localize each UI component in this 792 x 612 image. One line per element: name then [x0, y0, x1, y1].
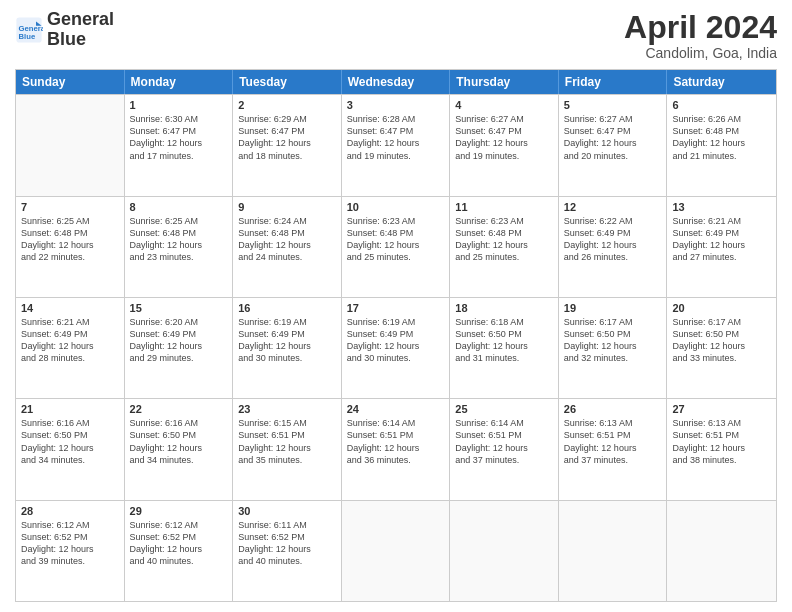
day-number: 30	[238, 505, 336, 517]
calendar-cell: 18Sunrise: 6:18 AMSunset: 6:50 PMDayligh…	[450, 298, 559, 398]
weekday-header: Wednesday	[342, 70, 451, 94]
calendar-cell: 9Sunrise: 6:24 AMSunset: 6:48 PMDaylight…	[233, 197, 342, 297]
calendar-cell: 15Sunrise: 6:20 AMSunset: 6:49 PMDayligh…	[125, 298, 234, 398]
day-number: 24	[347, 403, 445, 415]
calendar-cell: 10Sunrise: 6:23 AMSunset: 6:48 PMDayligh…	[342, 197, 451, 297]
cell-info: Sunrise: 6:17 AMSunset: 6:50 PMDaylight:…	[672, 316, 771, 365]
cell-info: Sunrise: 6:23 AMSunset: 6:48 PMDaylight:…	[455, 215, 553, 264]
cell-info: Sunrise: 6:13 AMSunset: 6:51 PMDaylight:…	[564, 417, 662, 466]
day-number: 28	[21, 505, 119, 517]
calendar-cell: 28Sunrise: 6:12 AMSunset: 6:52 PMDayligh…	[16, 501, 125, 601]
day-number: 16	[238, 302, 336, 314]
cell-info: Sunrise: 6:12 AMSunset: 6:52 PMDaylight:…	[21, 519, 119, 568]
calendar-cell: 23Sunrise: 6:15 AMSunset: 6:51 PMDayligh…	[233, 399, 342, 499]
calendar-week: 7Sunrise: 6:25 AMSunset: 6:48 PMDaylight…	[16, 196, 776, 297]
day-number: 9	[238, 201, 336, 213]
cell-info: Sunrise: 6:13 AMSunset: 6:51 PMDaylight:…	[672, 417, 771, 466]
calendar-cell: 5Sunrise: 6:27 AMSunset: 6:47 PMDaylight…	[559, 95, 668, 195]
calendar-cell: 29Sunrise: 6:12 AMSunset: 6:52 PMDayligh…	[125, 501, 234, 601]
calendar-cell	[342, 501, 451, 601]
day-number: 19	[564, 302, 662, 314]
title-block: April 2024 Candolim, Goa, India	[624, 10, 777, 61]
calendar-week: 21Sunrise: 6:16 AMSunset: 6:50 PMDayligh…	[16, 398, 776, 499]
weekday-header: Sunday	[16, 70, 125, 94]
calendar-cell: 1Sunrise: 6:30 AMSunset: 6:47 PMDaylight…	[125, 95, 234, 195]
calendar-header-row: SundayMondayTuesdayWednesdayThursdayFrid…	[16, 70, 776, 94]
day-number: 11	[455, 201, 553, 213]
day-number: 18	[455, 302, 553, 314]
day-number: 26	[564, 403, 662, 415]
cell-info: Sunrise: 6:24 AMSunset: 6:48 PMDaylight:…	[238, 215, 336, 264]
calendar-cell	[559, 501, 668, 601]
calendar-week: 28Sunrise: 6:12 AMSunset: 6:52 PMDayligh…	[16, 500, 776, 601]
cell-info: Sunrise: 6:28 AMSunset: 6:47 PMDaylight:…	[347, 113, 445, 162]
calendar-cell: 20Sunrise: 6:17 AMSunset: 6:50 PMDayligh…	[667, 298, 776, 398]
cell-info: Sunrise: 6:16 AMSunset: 6:50 PMDaylight:…	[21, 417, 119, 466]
calendar-cell: 27Sunrise: 6:13 AMSunset: 6:51 PMDayligh…	[667, 399, 776, 499]
day-number: 20	[672, 302, 771, 314]
day-number: 2	[238, 99, 336, 111]
subtitle: Candolim, Goa, India	[624, 45, 777, 61]
calendar-cell: 11Sunrise: 6:23 AMSunset: 6:48 PMDayligh…	[450, 197, 559, 297]
calendar-cell: 8Sunrise: 6:25 AMSunset: 6:48 PMDaylight…	[125, 197, 234, 297]
day-number: 4	[455, 99, 553, 111]
day-number: 15	[130, 302, 228, 314]
cell-info: Sunrise: 6:21 AMSunset: 6:49 PMDaylight:…	[21, 316, 119, 365]
calendar-cell	[450, 501, 559, 601]
cell-info: Sunrise: 6:14 AMSunset: 6:51 PMDaylight:…	[347, 417, 445, 466]
day-number: 5	[564, 99, 662, 111]
calendar-cell: 26Sunrise: 6:13 AMSunset: 6:51 PMDayligh…	[559, 399, 668, 499]
cell-info: Sunrise: 6:25 AMSunset: 6:48 PMDaylight:…	[21, 215, 119, 264]
day-number: 21	[21, 403, 119, 415]
cell-info: Sunrise: 6:27 AMSunset: 6:47 PMDaylight:…	[564, 113, 662, 162]
cell-info: Sunrise: 6:21 AMSunset: 6:49 PMDaylight:…	[672, 215, 771, 264]
calendar-cell: 6Sunrise: 6:26 AMSunset: 6:48 PMDaylight…	[667, 95, 776, 195]
weekday-header: Tuesday	[233, 70, 342, 94]
calendar-cell: 22Sunrise: 6:16 AMSunset: 6:50 PMDayligh…	[125, 399, 234, 499]
day-number: 7	[21, 201, 119, 213]
calendar-cell: 21Sunrise: 6:16 AMSunset: 6:50 PMDayligh…	[16, 399, 125, 499]
logo: General Blue General Blue	[15, 10, 114, 50]
cell-info: Sunrise: 6:16 AMSunset: 6:50 PMDaylight:…	[130, 417, 228, 466]
calendar-cell: 7Sunrise: 6:25 AMSunset: 6:48 PMDaylight…	[16, 197, 125, 297]
day-number: 12	[564, 201, 662, 213]
cell-info: Sunrise: 6:30 AMSunset: 6:47 PMDaylight:…	[130, 113, 228, 162]
day-number: 29	[130, 505, 228, 517]
calendar-body: 1Sunrise: 6:30 AMSunset: 6:47 PMDaylight…	[16, 94, 776, 601]
calendar-cell: 12Sunrise: 6:22 AMSunset: 6:49 PMDayligh…	[559, 197, 668, 297]
calendar-cell: 25Sunrise: 6:14 AMSunset: 6:51 PMDayligh…	[450, 399, 559, 499]
cell-info: Sunrise: 6:29 AMSunset: 6:47 PMDaylight:…	[238, 113, 336, 162]
weekday-header: Thursday	[450, 70, 559, 94]
day-number: 1	[130, 99, 228, 111]
cell-info: Sunrise: 6:26 AMSunset: 6:48 PMDaylight:…	[672, 113, 771, 162]
day-number: 3	[347, 99, 445, 111]
page: General Blue General Blue April 2024 Can…	[0, 0, 792, 612]
cell-info: Sunrise: 6:25 AMSunset: 6:48 PMDaylight:…	[130, 215, 228, 264]
cell-info: Sunrise: 6:18 AMSunset: 6:50 PMDaylight:…	[455, 316, 553, 365]
calendar-cell: 13Sunrise: 6:21 AMSunset: 6:49 PMDayligh…	[667, 197, 776, 297]
day-number: 6	[672, 99, 771, 111]
day-number: 8	[130, 201, 228, 213]
day-number: 22	[130, 403, 228, 415]
calendar-cell: 2Sunrise: 6:29 AMSunset: 6:47 PMDaylight…	[233, 95, 342, 195]
calendar-cell: 3Sunrise: 6:28 AMSunset: 6:47 PMDaylight…	[342, 95, 451, 195]
cell-info: Sunrise: 6:12 AMSunset: 6:52 PMDaylight:…	[130, 519, 228, 568]
logo-line2: Blue	[47, 30, 114, 50]
calendar-cell: 14Sunrise: 6:21 AMSunset: 6:49 PMDayligh…	[16, 298, 125, 398]
day-number: 10	[347, 201, 445, 213]
logo-text: General Blue	[47, 10, 114, 50]
weekday-header: Friday	[559, 70, 668, 94]
cell-info: Sunrise: 6:15 AMSunset: 6:51 PMDaylight:…	[238, 417, 336, 466]
day-number: 13	[672, 201, 771, 213]
logo-line1: General	[47, 10, 114, 30]
calendar-cell: 30Sunrise: 6:11 AMSunset: 6:52 PMDayligh…	[233, 501, 342, 601]
logo-icon: General Blue	[15, 16, 43, 44]
day-number: 14	[21, 302, 119, 314]
day-number: 25	[455, 403, 553, 415]
calendar-cell: 19Sunrise: 6:17 AMSunset: 6:50 PMDayligh…	[559, 298, 668, 398]
calendar-cell: 16Sunrise: 6:19 AMSunset: 6:49 PMDayligh…	[233, 298, 342, 398]
calendar-week: 14Sunrise: 6:21 AMSunset: 6:49 PMDayligh…	[16, 297, 776, 398]
day-number: 27	[672, 403, 771, 415]
cell-info: Sunrise: 6:22 AMSunset: 6:49 PMDaylight:…	[564, 215, 662, 264]
day-number: 17	[347, 302, 445, 314]
